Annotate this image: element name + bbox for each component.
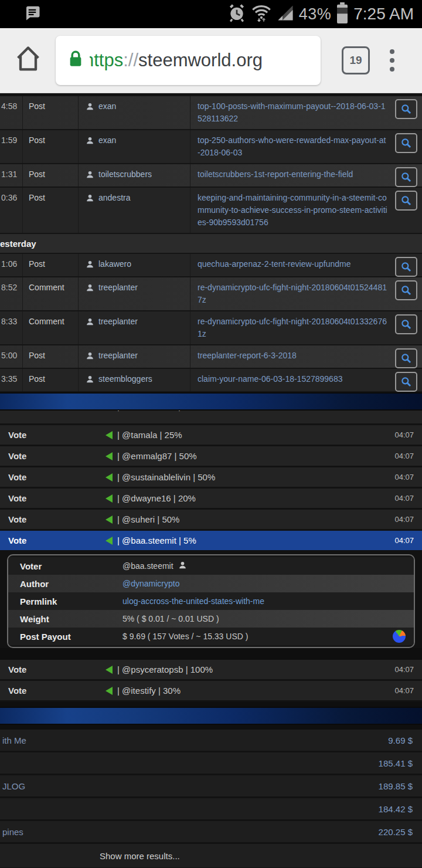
result-label: pines [2, 827, 23, 837]
battery-percent: 43% [299, 5, 332, 23]
post-author[interactable]: steembloggers [79, 369, 190, 391]
panel-row: Post Payout$ 9.69 ( 157 Votes / ~ 15.33 … [8, 628, 414, 645]
post-permlink[interactable]: re-dynamicrypto-ufc-fight-night-20180604… [190, 277, 393, 310]
vote-arrow-icon [106, 666, 113, 674]
search-icon[interactable] [395, 191, 417, 211]
page-content: 4:58Postexantop-100-posts-with-maximum-p… [0, 93, 422, 868]
post-row[interactable]: 1:59Postexantop-250-authors-who-were-rew… [0, 130, 422, 164]
vote-row[interactable]: Vote| @sustainablelivin | 50%04:07 [0, 467, 422, 487]
post-permlink[interactable]: claim-your-name-06-03-18-1527899683 [190, 369, 393, 391]
vote-type-label: Vote [8, 451, 106, 461]
pie-chart-icon[interactable] [393, 630, 406, 643]
post-author[interactable]: treeplanter [79, 345, 190, 368]
post-row[interactable]: 4:58Postexantop-100-posts-with-maximum-p… [0, 96, 422, 130]
post-type: Post [23, 188, 79, 233]
search-icon[interactable] [395, 257, 417, 277]
result-row[interactable]: 185.41 $ [0, 752, 422, 774]
search-icon[interactable] [395, 372, 417, 392]
vote-detail-text: | @tamala | 25% [106, 430, 182, 440]
person-icon [86, 350, 94, 364]
post-row[interactable]: 8:52Commenttreeplanterre-dynamicrypto-uf… [0, 277, 422, 311]
post-author[interactable]: exan [79, 130, 190, 163]
home-icon[interactable] [13, 44, 43, 77]
post-row[interactable]: 1:06Postlakaweroquechua-arpenaz-2-tent-r… [0, 254, 422, 277]
vote-row[interactable]: Vote| @tamala | 25%04:07 [0, 425, 422, 445]
panel-label: Weight [8, 614, 122, 624]
signal-icon [277, 4, 294, 24]
url-scheme: https [90, 50, 123, 71]
panel-value[interactable]: ulog-accross-the-united-states-with-me [122, 596, 414, 606]
vote-type-label: Vote [8, 535, 106, 545]
person-icon [86, 100, 94, 114]
vote-row[interactable]: Vote| @suheri | 50%04:07 [0, 510, 422, 529]
vote-detail-text: | @emmalg87 | 50% [106, 451, 197, 461]
post-permlink[interactable]: keeping-and-maintaining-community-in-a-s… [190, 188, 393, 233]
status-bar: 43% 7:25 AM [0, 0, 422, 28]
post-permlink[interactable]: quechua-arpenaz-2-tent-review-upfundme [190, 254, 393, 276]
result-row[interactable]: 184.42 $ [0, 798, 422, 819]
post-permlink[interactable]: top-250-authors-who-were-rewarded-max-pa… [190, 130, 393, 163]
vote-row[interactable]: Vote| @itestify | 30%04:07 [0, 681, 422, 700]
result-label: ith Me [2, 735, 26, 745]
post-type: Post [23, 164, 79, 187]
post-author[interactable]: andestra [79, 188, 190, 233]
post-author[interactable]: toiletscrubbers [79, 164, 190, 187]
vote-time: 04:07 [394, 515, 414, 524]
post-author[interactable]: lakawero [79, 254, 190, 276]
post-permlink[interactable]: top-100-posts-with-maximum-payout--2018-… [190, 96, 393, 129]
alarm-icon [227, 4, 246, 25]
post-type: Comment [23, 311, 79, 344]
post-author[interactable]: treeplanter [79, 277, 190, 310]
search-icon[interactable] [395, 348, 417, 368]
post-author[interactable]: treeplanter [79, 311, 190, 344]
url-separator: :// [123, 50, 138, 71]
vote-detail-text: | @dwayne16 | 20% [106, 493, 196, 503]
post-row[interactable]: 8:33Commenttreeplanterre-dynamicrypto-uf… [0, 311, 422, 345]
panel-label: Author [8, 579, 122, 589]
tab-counter[interactable]: 19 [342, 46, 370, 74]
post-permlink[interactable]: treeplanter-report-6-3-2018 [190, 345, 393, 368]
search-icon[interactable] [395, 133, 417, 153]
show-more-button[interactable]: Show more results... [0, 844, 422, 867]
person-icon [86, 282, 94, 296]
post-time: 0:36 [0, 188, 23, 233]
votes-list-after: Vote| @psyceratopsb | 100%04:07Vote| @it… [0, 660, 422, 700]
result-amount: 220.25 $ [379, 827, 413, 837]
post-author[interactable]: exan [79, 96, 190, 129]
overflow-menu-icon[interactable] [390, 49, 394, 72]
search-icon[interactable] [395, 314, 417, 334]
vote-arrow-icon [106, 516, 113, 524]
panel-value[interactable]: @dynamicrypto [122, 579, 414, 588]
date-group-header: esterday [0, 234, 422, 254]
result-row[interactable]: pines220.25 $ [0, 821, 422, 842]
result-row[interactable]: JLOG189.85 $ [0, 775, 422, 796]
section-divider-bar-2 [0, 707, 422, 725]
vote-row[interactable]: Vote| @psyceratopsb | 100%04:07 [0, 660, 422, 679]
post-time: 8:52 [0, 277, 23, 310]
vote-type-label: Vote [8, 472, 106, 482]
url-bar[interactable]: https://steemworld.org [56, 36, 321, 85]
search-icon[interactable] [395, 167, 417, 187]
post-row[interactable]: 3:35Poststeembloggersclaim-your-name-06-… [0, 369, 422, 392]
panel-label: Permlink [8, 596, 122, 606]
result-amount: 185.41 $ [379, 758, 413, 768]
panel-value: 5% ( $ 0.01 / ~ 0.01 USD ) [122, 614, 414, 623]
vote-row[interactable]: Vote| @dwayne16 | 20%04:07 [0, 489, 422, 508]
vote-type-label: Vote [8, 686, 106, 696]
vote-detail-text: | @baa.steemit | 5% [106, 535, 196, 545]
vote-row[interactable]: Vote| @emmalg87 | 50%04:07 [0, 446, 422, 466]
clipped-vote-row[interactable]: | | [0, 411, 422, 423]
message-icon [23, 4, 41, 24]
result-row[interactable]: ith Me9.69 $ [0, 730, 422, 751]
post-permlink[interactable]: toiletscrubbers-1st-report-entering-the-… [190, 164, 393, 187]
vote-row-selected[interactable]: Vote| @baa.steemit | 5%04:07 [0, 531, 422, 550]
search-icon[interactable] [395, 99, 417, 119]
post-permlink[interactable]: re-dynamicrypto-ufc-fight-night-20180604… [190, 311, 393, 344]
result-label: JLOG [2, 781, 25, 791]
panel-value: @baa.steemit [122, 561, 414, 571]
post-row[interactable]: 1:31Posttoiletscrubberstoiletscrubbers-1… [0, 164, 422, 188]
post-row[interactable]: 0:36Postandestrakeeping-and-maintaining-… [0, 188, 422, 234]
vote-arrow-icon [106, 537, 113, 545]
post-row[interactable]: 5:00Posttreeplantertreeplanter-report-6-… [0, 345, 422, 369]
search-icon[interactable] [395, 280, 417, 300]
